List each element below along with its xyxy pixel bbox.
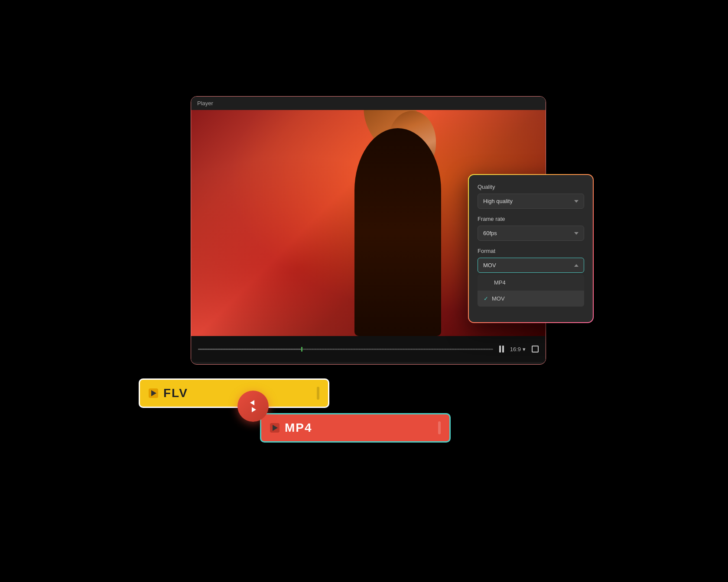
format-label: Format (478, 248, 584, 254)
format-dropdown[interactable]: MOV (478, 258, 584, 273)
quality-value: High quality (483, 198, 513, 204)
format-option-mp4-label: MP4 (494, 279, 506, 286)
mp4-badge: MP4 (260, 413, 451, 443)
flv-badge: FLV (139, 378, 329, 408)
frame-rate-label: Frame rate (478, 216, 584, 222)
settings-panel-wrapper: Quality High quality Frame rate 60fps Fo… (468, 174, 594, 323)
format-chevron-icon (574, 264, 578, 267)
format-value: MOV (483, 262, 496, 268)
format-section: Format MOV MP4 ✓ MOV (478, 248, 584, 307)
quality-label: Quality (478, 184, 584, 190)
pause-bar-right (502, 346, 504, 352)
timeline[interactable] (198, 349, 493, 350)
frame-rate-dropdown[interactable]: 60fps (478, 226, 584, 241)
format-option-mov[interactable]: ✓ MOV (478, 291, 584, 307)
quality-chevron-icon (574, 200, 578, 203)
video-figure (324, 110, 471, 336)
mp4-play-triangle (273, 425, 278, 431)
flv-badge-handle (317, 387, 319, 400)
mp4-badge-text: MP4 (285, 421, 312, 435)
flv-badge-text: FLV (163, 386, 188, 400)
player-controls-bar: 16:9 ▾ (191, 336, 546, 362)
player-titlebar: Player (191, 97, 546, 110)
convert-arrows-icon (251, 400, 255, 412)
pause-button[interactable] (499, 346, 504, 352)
aspect-ratio-value: 16:9 (510, 346, 521, 352)
format-option-mp4[interactable]: MP4 (478, 275, 584, 291)
aspect-ratio-selector[interactable]: 16:9 ▾ (510, 346, 526, 352)
pause-icon (499, 346, 504, 352)
settings-panel: Quality High quality Frame rate 60fps Fo… (469, 175, 593, 322)
format-option-mov-label: MOV (492, 295, 505, 302)
mp4-play-icon (270, 423, 280, 433)
format-options-list: MP4 ✓ MOV (478, 275, 584, 307)
frame-rate-chevron-icon (574, 232, 578, 235)
timeline-playhead (301, 347, 302, 352)
frame-rate-value: 60fps (483, 230, 497, 236)
player-title: Player (197, 100, 213, 107)
fullscreen-button[interactable] (532, 346, 539, 352)
flv-play-triangle (151, 390, 156, 396)
arrow-right-icon (252, 407, 256, 412)
flv-play-icon (149, 388, 158, 398)
arrow-left-icon (250, 400, 254, 405)
figure-body (354, 128, 441, 336)
quality-dropdown[interactable]: High quality (478, 194, 584, 209)
format-option-mov-check: ✓ (484, 295, 488, 302)
convert-button[interactable] (237, 391, 269, 422)
quality-section: Quality High quality (478, 184, 584, 209)
mp4-badge-handle (438, 421, 441, 434)
frame-rate-section: Frame rate 60fps (478, 216, 584, 241)
aspect-ratio-chevron: ▾ (523, 346, 526, 352)
pause-bar-left (499, 346, 501, 352)
timeline-dots (198, 349, 493, 350)
